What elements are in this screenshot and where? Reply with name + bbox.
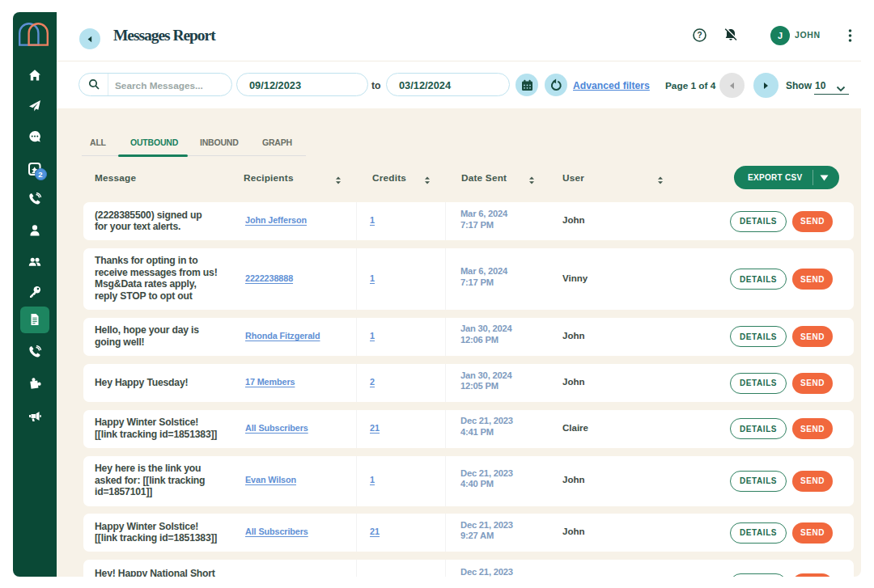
svg-text:?: ? [697, 31, 702, 40]
